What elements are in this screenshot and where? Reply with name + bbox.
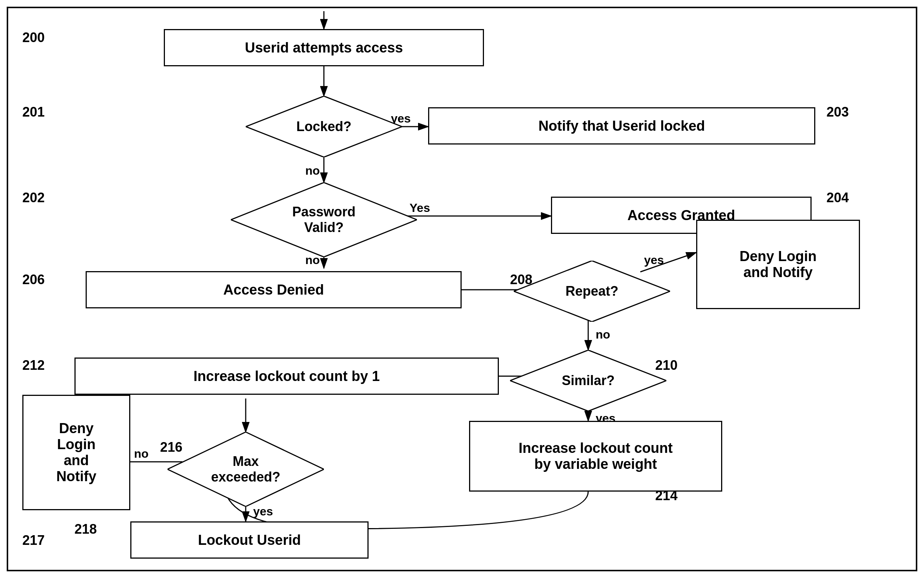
lockout-userid-box: Lockout Userid bbox=[130, 521, 368, 559]
label-204-num: 204 bbox=[827, 190, 849, 206]
notify-locked-box: Notify that Userid locked bbox=[428, 107, 815, 144]
label-203-num: 203 bbox=[827, 104, 849, 120]
password-label: Password Valid? bbox=[231, 182, 417, 257]
label-201: 201 bbox=[22, 104, 45, 120]
arrow-label-no-repeat: no bbox=[596, 328, 610, 341]
arrow-label-no-max: no bbox=[134, 447, 149, 461]
similar-label: Similar? bbox=[510, 350, 666, 411]
label-200: 200 bbox=[22, 30, 45, 45]
password-diamond: Password Valid? bbox=[231, 182, 417, 257]
arrow-label-no-locked: no bbox=[305, 164, 320, 178]
access-denied-box: Access Denied bbox=[86, 271, 462, 308]
arrow-label-yes-max: yes bbox=[253, 505, 273, 518]
deny-notify-left-box: Deny Login and Notify bbox=[22, 395, 130, 510]
label-212-num: 212 bbox=[22, 357, 45, 373]
locked-label: Locked? bbox=[246, 96, 402, 157]
label-206-num: 206 bbox=[22, 272, 45, 287]
max-exceeded-label: Max exceeded? bbox=[167, 432, 324, 507]
increase-lockout-1-box: Increase lockout count by 1 bbox=[75, 357, 499, 395]
increase-variable-box: Increase lockout count by variable weigh… bbox=[469, 421, 722, 492]
locked-diamond: Locked? bbox=[246, 96, 402, 157]
repeat-diamond: Repeat? bbox=[514, 261, 670, 322]
label-218-num: 218 bbox=[75, 521, 97, 537]
repeat-label: Repeat? bbox=[514, 261, 670, 322]
deny-notify-right-box: Deny Login and Notify bbox=[696, 220, 860, 309]
max-exceeded-diamond: Max exceeded? bbox=[167, 432, 324, 507]
userid-attempts-box: Userid attempts access bbox=[164, 29, 484, 66]
label-217-num: 217 bbox=[22, 533, 45, 548]
similar-diamond: Similar? bbox=[510, 350, 666, 411]
label-202: 202 bbox=[22, 190, 45, 206]
flowchart-diagram: 200 201 202 203 204 209 206 208 210 212 … bbox=[0, 0, 924, 578]
